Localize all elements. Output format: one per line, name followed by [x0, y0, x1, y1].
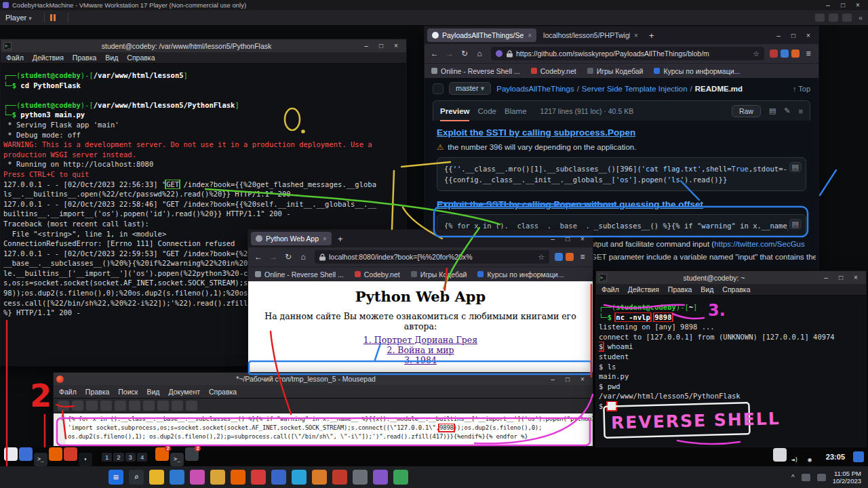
- close-button[interactable]: ×: [575, 235, 590, 243]
- collapse-toolbar-icon[interactable]: «: [859, 14, 863, 22]
- menu-icon[interactable]: ≡: [576, 252, 589, 262]
- flame-app-icon[interactable]: [64, 447, 77, 461]
- new-tab-button[interactable]: +: [338, 234, 343, 244]
- back-button[interactable]: ←: [429, 49, 441, 58]
- reload-button[interactable]: ↻: [458, 49, 471, 58]
- search-icon[interactable]: ⌕: [129, 470, 144, 485]
- photos-icon[interactable]: [190, 470, 205, 485]
- menu-item[interactable]: Поиск: [118, 388, 138, 396]
- minimize-button[interactable]: –: [818, 274, 833, 281]
- new-file-icon[interactable]: [58, 401, 69, 411]
- ghostery-icon[interactable]: [781, 49, 789, 58]
- breadcrumb-folder[interactable]: Server Side Template Injection: [582, 85, 688, 93]
- extension-icon[interactable]: [566, 253, 574, 261]
- bookmark-item[interactable]: Codeby.net: [355, 270, 400, 279]
- new-tab-button[interactable]: +: [649, 30, 654, 41]
- copy-raw-icon[interactable]: ▤: [769, 106, 776, 115]
- menu-item[interactable]: Правка: [85, 388, 109, 396]
- paste-icon[interactable]: [157, 401, 169, 411]
- vmware-taskbar-icon[interactable]: [271, 470, 286, 485]
- firefox-app-icon[interactable]: [49, 447, 62, 461]
- maximize-button[interactable]: □: [560, 375, 575, 383]
- minimize-button[interactable]: –: [545, 235, 560, 243]
- bookmark-item[interactable]: Online - Reverse Shell ...: [431, 67, 520, 75]
- bookmark-star-icon[interactable]: ☆: [538, 253, 545, 262]
- tab-close-icon[interactable]: ×: [634, 32, 638, 39]
- mousepad-titlebar[interactable]: *~/Рабочий стол/tmp_lesson_5 - Mousepad …: [54, 373, 593, 385]
- twitter-link[interactable]: https://twitter.com/SecGus: [714, 240, 805, 248]
- rust-app-icon[interactable]: [312, 470, 327, 485]
- heading-popen-offset[interactable]: Exploit the SSTI by calling Popen withou…: [437, 199, 806, 209]
- home-button[interactable]: ⌂: [297, 252, 309, 262]
- breadcrumb-repo[interactable]: PayloadsAllTheThings: [496, 85, 574, 93]
- volume-icon[interactable]: ◄): [788, 453, 802, 466]
- bookmark-item[interactable]: Игры Кодебай: [411, 270, 467, 279]
- bookmark-item[interactable]: Online - Reverse Shell ...: [255, 270, 344, 279]
- terminal-app-icon[interactable]: >_: [34, 453, 47, 466]
- network-icon[interactable]: [802, 474, 810, 481]
- raw-button[interactable]: Raw: [732, 105, 761, 117]
- sidebar-toggle-icon[interactable]: [433, 83, 443, 94]
- close-button[interactable]: ×: [389, 42, 403, 49]
- telegram-icon[interactable]: [292, 470, 307, 485]
- tab-close-icon[interactable]: ×: [528, 32, 532, 39]
- tab-close-icon[interactable]: ×: [323, 235, 327, 243]
- home-button[interactable]: ⌂: [473, 49, 486, 58]
- menu-item[interactable]: Вид: [105, 54, 118, 62]
- copy-icon[interactable]: [143, 401, 155, 411]
- copy-code-icon[interactable]: ▤: [789, 219, 802, 229]
- maximize-button[interactable]: □: [833, 274, 848, 281]
- red-app-icon[interactable]: [332, 470, 347, 485]
- terminal1-titlebar[interactable]: >_ student@codeby: /var/www/html/lesson5…: [1, 39, 406, 52]
- tab-payloadsallthethings[interactable]: PayloadsAllTheThings/Se ×: [427, 28, 536, 42]
- purple-app-icon[interactable]: [373, 470, 388, 485]
- maximize-button[interactable]: □: [560, 235, 575, 243]
- fullscreen-icon[interactable]: [842, 14, 852, 22]
- file-explorer-icon[interactable]: [149, 470, 164, 485]
- bookmark-star-icon[interactable]: ☆: [753, 49, 760, 58]
- redo-icon[interactable]: [115, 401, 126, 411]
- bookmark-item[interactable]: Codeby.net: [531, 67, 576, 75]
- open-file-icon[interactable]: [72, 401, 83, 411]
- files-app-icon[interactable]: [19, 447, 33, 461]
- menu-item[interactable]: Правка: [668, 285, 692, 293]
- screenshot-running-icon[interactable]: 2: [185, 447, 199, 461]
- folder-icon[interactable]: [210, 470, 225, 485]
- book-link[interactable]: 1. Портрет Дориана Грея: [248, 335, 593, 345]
- workspace-button[interactable]: 2: [113, 453, 123, 462]
- cut-icon[interactable]: [129, 401, 140, 411]
- edge-icon[interactable]: [170, 470, 184, 485]
- url-bar[interactable]: https://github.com/swisskyrepo/PayloadsA…: [491, 47, 764, 60]
- tray-expand-icon[interactable]: ^: [791, 474, 795, 481]
- tab-code[interactable]: Code: [477, 101, 496, 121]
- maximize-button[interactable]: □: [786, 32, 801, 39]
- editor-content[interactable]: {% for x in ().__class__.__base__.__subc…: [66, 413, 593, 446]
- menu-icon[interactable]: ≡: [802, 49, 814, 58]
- maximize-button[interactable]: □: [835, 1, 850, 9]
- replace-icon[interactable]: [186, 401, 197, 411]
- tab-python-web-app[interactable]: Python Web App ×: [251, 232, 332, 245]
- terminal2-titlebar[interactable]: >_ student@codeby: ~ – □ ×: [596, 271, 866, 284]
- workspace-button[interactable]: 4: [137, 453, 147, 462]
- opera-icon[interactable]: [251, 470, 266, 485]
- menu-item[interactable]: Действия: [628, 285, 659, 293]
- bookmark-item[interactable]: Игры Кодебай: [587, 67, 644, 75]
- back-to-top-link[interactable]: ↑ Top: [793, 85, 810, 93]
- firefox-running-icon[interactable]: 2: [155, 447, 169, 461]
- suspend-button[interactable]: [50, 14, 56, 21]
- save-icon[interactable]: [86, 401, 98, 411]
- menu-item[interactable]: Правка: [73, 54, 96, 62]
- clock-date[interactable]: 11:05 PM 10/2/2023: [833, 470, 861, 485]
- menu-item[interactable]: Вид: [701, 285, 713, 293]
- tab-localhost-phptwig[interactable]: localhost/lesson5/PHPTwigl ×: [538, 28, 643, 42]
- kali-menu-icon[interactable]: [4, 447, 18, 461]
- send-cad-icon[interactable]: [815, 14, 825, 22]
- extension-icon[interactable]: [791, 49, 800, 58]
- close-button[interactable]: ×: [801, 32, 816, 39]
- book-link[interactable]: 3. 1984: [248, 355, 593, 365]
- menu-item[interactable]: Файл: [6, 54, 24, 62]
- close-button[interactable]: ×: [575, 375, 590, 383]
- menu-item[interactable]: Вид: [146, 388, 159, 396]
- minimize-button[interactable]: –: [821, 1, 835, 9]
- book-link[interactable]: 2. Война и мир: [248, 345, 593, 355]
